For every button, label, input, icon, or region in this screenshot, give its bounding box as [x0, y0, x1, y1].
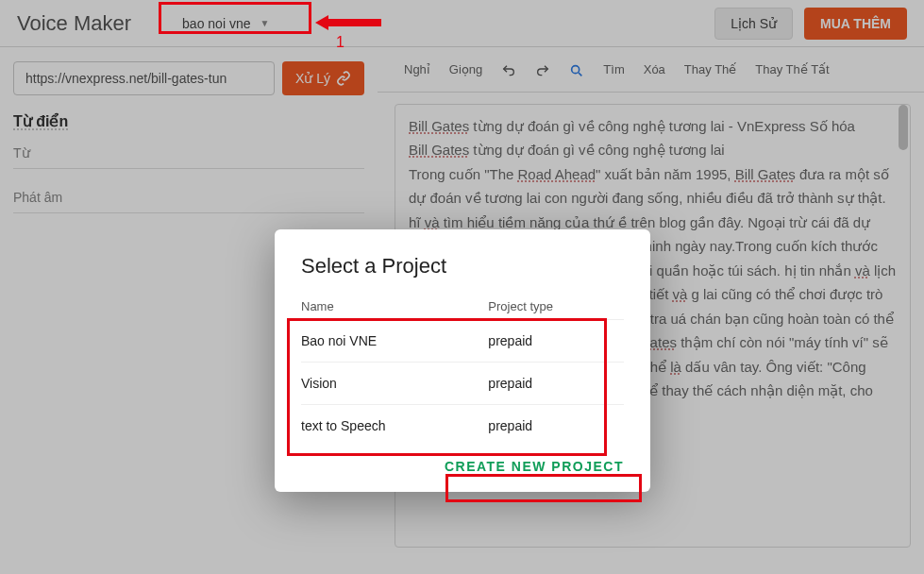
table-header: Name Project type [301, 299, 624, 319]
svg-point-0 [572, 65, 580, 73]
article-line-2: Bill Gates từng dự đoán gì về công nghệ … [409, 138, 899, 162]
col-header-type: Project type [488, 299, 624, 313]
url-input[interactable] [13, 61, 275, 95]
tb-rest[interactable]: Nghỉ [402, 59, 432, 82]
header: Voice Maker bao noi vne ▼ Lịch Sử MUA TH… [0, 0, 924, 47]
scrollbar-thumb[interactable] [899, 105, 908, 150]
create-new-project-link[interactable]: CREATE NEW PROJECT [445, 459, 624, 474]
annotation-arrow-icon [315, 13, 381, 32]
tb-find[interactable]: Tìm [601, 59, 626, 82]
buy-more-button[interactable]: MUA THÊM [804, 8, 907, 40]
editor-toolbar: Nghỉ Giọng Tìm Xóa Thay Thế Thay Thế Tất [378, 59, 924, 93]
process-button-label: Xử Lý [295, 71, 330, 86]
annotation-box-3 [445, 474, 642, 502]
annotation-box-2 [287, 318, 607, 456]
article-line-3: Trong cuốn "The Road Ahead" xuất bản năm… [409, 162, 899, 211]
article-line-1: Bill Gates từng dự đoán gì về công nghệ … [409, 114, 899, 139]
col-header-name: Name [301, 299, 488, 313]
dictionary-heading: Từ điển [13, 112, 364, 132]
annotation-box-1 [159, 2, 311, 34]
undo-icon[interactable] [499, 59, 518, 82]
url-row: Xử Lý [13, 61, 364, 95]
tb-replace[interactable]: Thay Thế [682, 59, 738, 82]
tb-voice[interactable]: Giọng [447, 59, 484, 82]
history-button[interactable]: Lịch Sử [714, 8, 793, 40]
header-actions: Lịch Sử MUA THÊM [714, 8, 907, 40]
search-icon[interactable] [567, 59, 586, 82]
app-title: Voice Maker [17, 11, 131, 36]
pronunciation-field[interactable]: Phát âm [13, 180, 364, 213]
tb-replace-all[interactable]: Thay Thế Tất [753, 59, 831, 82]
from-field[interactable]: Từ [13, 136, 364, 169]
dialog-title: Select a Project [301, 254, 624, 279]
link-icon [336, 71, 351, 86]
process-button[interactable]: Xử Lý [282, 61, 364, 95]
annotation-number-1: 1 [336, 34, 344, 51]
redo-icon[interactable] [533, 59, 552, 82]
tb-delete[interactable]: Xóa [642, 59, 667, 82]
svg-marker-1 [315, 15, 381, 30]
